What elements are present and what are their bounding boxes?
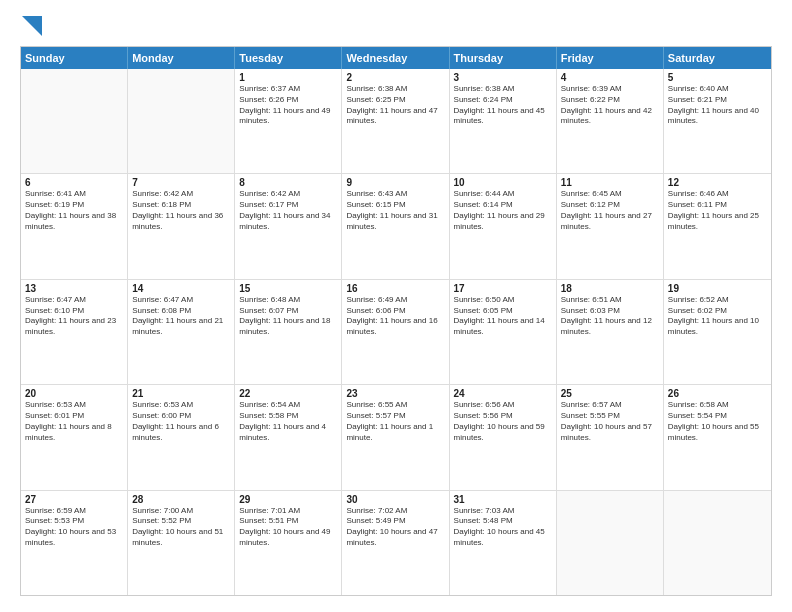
cell-text: Sunrise: 6:58 AM Sunset: 5:54 PM Dayligh… — [668, 400, 767, 443]
day-number: 29 — [239, 494, 337, 505]
day-number: 26 — [668, 388, 767, 399]
header-day-tuesday: Tuesday — [235, 47, 342, 69]
header-day-sunday: Sunday — [21, 47, 128, 69]
calendar-cell: 23Sunrise: 6:55 AM Sunset: 5:57 PM Dayli… — [342, 385, 449, 489]
cell-text: Sunrise: 6:53 AM Sunset: 6:01 PM Dayligh… — [25, 400, 123, 443]
calendar-cell: 12Sunrise: 6:46 AM Sunset: 6:11 PM Dayli… — [664, 174, 771, 278]
calendar-body: 1Sunrise: 6:37 AM Sunset: 6:26 PM Daylig… — [21, 69, 771, 595]
cell-text: Sunrise: 6:47 AM Sunset: 6:10 PM Dayligh… — [25, 295, 123, 338]
calendar-cell: 31Sunrise: 7:03 AM Sunset: 5:48 PM Dayli… — [450, 491, 557, 595]
calendar-cell: 13Sunrise: 6:47 AM Sunset: 6:10 PM Dayli… — [21, 280, 128, 384]
cell-text: Sunrise: 6:51 AM Sunset: 6:03 PM Dayligh… — [561, 295, 659, 338]
day-number: 18 — [561, 283, 659, 294]
calendar-cell: 16Sunrise: 6:49 AM Sunset: 6:06 PM Dayli… — [342, 280, 449, 384]
header-day-saturday: Saturday — [664, 47, 771, 69]
calendar-cell: 10Sunrise: 6:44 AM Sunset: 6:14 PM Dayli… — [450, 174, 557, 278]
calendar-row-3: 13Sunrise: 6:47 AM Sunset: 6:10 PM Dayli… — [21, 280, 771, 385]
day-number: 20 — [25, 388, 123, 399]
day-number: 9 — [346, 177, 444, 188]
calendar-row-4: 20Sunrise: 6:53 AM Sunset: 6:01 PM Dayli… — [21, 385, 771, 490]
header — [20, 16, 772, 36]
calendar-row-2: 6Sunrise: 6:41 AM Sunset: 6:19 PM Daylig… — [21, 174, 771, 279]
calendar-cell: 27Sunrise: 6:59 AM Sunset: 5:53 PM Dayli… — [21, 491, 128, 595]
calendar-cell: 25Sunrise: 6:57 AM Sunset: 5:55 PM Dayli… — [557, 385, 664, 489]
calendar-cell: 15Sunrise: 6:48 AM Sunset: 6:07 PM Dayli… — [235, 280, 342, 384]
day-number: 30 — [346, 494, 444, 505]
day-number: 3 — [454, 72, 552, 83]
cell-text: Sunrise: 6:56 AM Sunset: 5:56 PM Dayligh… — [454, 400, 552, 443]
calendar-cell: 9Sunrise: 6:43 AM Sunset: 6:15 PM Daylig… — [342, 174, 449, 278]
calendar-row-5: 27Sunrise: 6:59 AM Sunset: 5:53 PM Dayli… — [21, 491, 771, 595]
calendar-cell — [557, 491, 664, 595]
calendar-cell: 14Sunrise: 6:47 AM Sunset: 6:08 PM Dayli… — [128, 280, 235, 384]
calendar-cell: 7Sunrise: 6:42 AM Sunset: 6:18 PM Daylig… — [128, 174, 235, 278]
cell-text: Sunrise: 6:45 AM Sunset: 6:12 PM Dayligh… — [561, 189, 659, 232]
day-number: 28 — [132, 494, 230, 505]
calendar-cell — [21, 69, 128, 173]
calendar-cell: 26Sunrise: 6:58 AM Sunset: 5:54 PM Dayli… — [664, 385, 771, 489]
cell-text: Sunrise: 6:47 AM Sunset: 6:08 PM Dayligh… — [132, 295, 230, 338]
cell-text: Sunrise: 6:57 AM Sunset: 5:55 PM Dayligh… — [561, 400, 659, 443]
day-number: 5 — [668, 72, 767, 83]
calendar-cell — [664, 491, 771, 595]
calendar-cell: 6Sunrise: 6:41 AM Sunset: 6:19 PM Daylig… — [21, 174, 128, 278]
cell-text: Sunrise: 6:41 AM Sunset: 6:19 PM Dayligh… — [25, 189, 123, 232]
day-number: 19 — [668, 283, 767, 294]
cell-text: Sunrise: 6:59 AM Sunset: 5:53 PM Dayligh… — [25, 506, 123, 549]
cell-text: Sunrise: 6:48 AM Sunset: 6:07 PM Dayligh… — [239, 295, 337, 338]
calendar-cell: 28Sunrise: 7:00 AM Sunset: 5:52 PM Dayli… — [128, 491, 235, 595]
cell-text: Sunrise: 6:44 AM Sunset: 6:14 PM Dayligh… — [454, 189, 552, 232]
day-number: 8 — [239, 177, 337, 188]
calendar-cell: 29Sunrise: 7:01 AM Sunset: 5:51 PM Dayli… — [235, 491, 342, 595]
day-number: 4 — [561, 72, 659, 83]
day-number: 17 — [454, 283, 552, 294]
cell-text: Sunrise: 6:38 AM Sunset: 6:25 PM Dayligh… — [346, 84, 444, 127]
cell-text: Sunrise: 6:38 AM Sunset: 6:24 PM Dayligh… — [454, 84, 552, 127]
day-number: 21 — [132, 388, 230, 399]
calendar-cell: 19Sunrise: 6:52 AM Sunset: 6:02 PM Dayli… — [664, 280, 771, 384]
day-number: 27 — [25, 494, 123, 505]
calendar-cell — [128, 69, 235, 173]
cell-text: Sunrise: 7:02 AM Sunset: 5:49 PM Dayligh… — [346, 506, 444, 549]
header-day-thursday: Thursday — [450, 47, 557, 69]
day-number: 1 — [239, 72, 337, 83]
calendar-cell: 8Sunrise: 6:42 AM Sunset: 6:17 PM Daylig… — [235, 174, 342, 278]
calendar: SundayMondayTuesdayWednesdayThursdayFrid… — [20, 46, 772, 596]
header-day-monday: Monday — [128, 47, 235, 69]
header-day-wednesday: Wednesday — [342, 47, 449, 69]
calendar-cell: 22Sunrise: 6:54 AM Sunset: 5:58 PM Dayli… — [235, 385, 342, 489]
day-number: 2 — [346, 72, 444, 83]
calendar-cell: 24Sunrise: 6:56 AM Sunset: 5:56 PM Dayli… — [450, 385, 557, 489]
cell-text: Sunrise: 6:53 AM Sunset: 6:00 PM Dayligh… — [132, 400, 230, 443]
day-number: 7 — [132, 177, 230, 188]
cell-text: Sunrise: 6:42 AM Sunset: 6:18 PM Dayligh… — [132, 189, 230, 232]
calendar-cell: 21Sunrise: 6:53 AM Sunset: 6:00 PM Dayli… — [128, 385, 235, 489]
svg-marker-0 — [22, 16, 42, 36]
calendar-cell: 1Sunrise: 6:37 AM Sunset: 6:26 PM Daylig… — [235, 69, 342, 173]
day-number: 25 — [561, 388, 659, 399]
day-number: 24 — [454, 388, 552, 399]
cell-text: Sunrise: 6:43 AM Sunset: 6:15 PM Dayligh… — [346, 189, 444, 232]
cell-text: Sunrise: 6:42 AM Sunset: 6:17 PM Dayligh… — [239, 189, 337, 232]
cell-text: Sunrise: 7:01 AM Sunset: 5:51 PM Dayligh… — [239, 506, 337, 549]
calendar-header: SundayMondayTuesdayWednesdayThursdayFrid… — [21, 47, 771, 69]
calendar-cell: 17Sunrise: 6:50 AM Sunset: 6:05 PM Dayli… — [450, 280, 557, 384]
calendar-cell: 4Sunrise: 6:39 AM Sunset: 6:22 PM Daylig… — [557, 69, 664, 173]
logo-icon — [22, 16, 42, 36]
day-number: 12 — [668, 177, 767, 188]
day-number: 6 — [25, 177, 123, 188]
cell-text: Sunrise: 6:39 AM Sunset: 6:22 PM Dayligh… — [561, 84, 659, 127]
cell-text: Sunrise: 7:00 AM Sunset: 5:52 PM Dayligh… — [132, 506, 230, 549]
day-number: 14 — [132, 283, 230, 294]
calendar-row-1: 1Sunrise: 6:37 AM Sunset: 6:26 PM Daylig… — [21, 69, 771, 174]
cell-text: Sunrise: 6:52 AM Sunset: 6:02 PM Dayligh… — [668, 295, 767, 338]
day-number: 15 — [239, 283, 337, 294]
cell-text: Sunrise: 6:49 AM Sunset: 6:06 PM Dayligh… — [346, 295, 444, 338]
day-number: 13 — [25, 283, 123, 294]
cell-text: Sunrise: 6:50 AM Sunset: 6:05 PM Dayligh… — [454, 295, 552, 338]
header-day-friday: Friday — [557, 47, 664, 69]
cell-text: Sunrise: 6:54 AM Sunset: 5:58 PM Dayligh… — [239, 400, 337, 443]
day-number: 22 — [239, 388, 337, 399]
calendar-cell: 2Sunrise: 6:38 AM Sunset: 6:25 PM Daylig… — [342, 69, 449, 173]
calendar-cell: 20Sunrise: 6:53 AM Sunset: 6:01 PM Dayli… — [21, 385, 128, 489]
